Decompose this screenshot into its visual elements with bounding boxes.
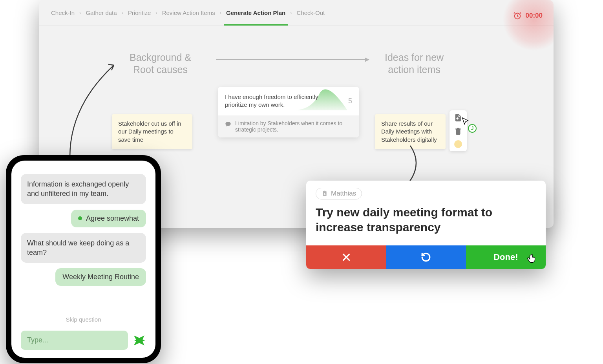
feedback-card[interactable]: I have enough freedom to efficiently pri… [218, 87, 359, 137]
card-top: I have enough freedom to efficiently pri… [218, 87, 359, 115]
bullet-icon [78, 216, 82, 220]
undo-button[interactable] [386, 245, 466, 269]
crumb-prioritize[interactable]: Prioritize [127, 7, 152, 18]
chevron-right-icon: › [122, 10, 123, 16]
crumb-gather-data[interactable]: Gather data [85, 7, 117, 18]
alarm-clock-icon [513, 11, 522, 20]
chevron-right-icon: › [290, 10, 292, 16]
hand-cursor-icon [527, 254, 537, 264]
phone-mockup: Information is exchanged openly and unfi… [6, 155, 161, 363]
chat-question-2: What should we keep doing as a team? [21, 233, 146, 263]
dialog-title[interactable]: Try new daily meeting format to increase… [306, 203, 546, 245]
chat-answer-1[interactable]: Agree somewhat [71, 210, 146, 227]
dialog-buttons: Done! [306, 245, 546, 269]
user-cursor-badge: J [468, 124, 477, 133]
sticky-note-idea[interactable]: Share results of our Daily Meetings with… [375, 114, 446, 149]
crumb-check-in[interactable]: Check-In [50, 7, 75, 18]
clipboard-user-icon [322, 190, 328, 197]
delete-icon[interactable] [454, 127, 462, 135]
note-toolbar [450, 110, 467, 151]
breadcrumb: Check-In › Gather data › Prioritize › Re… [39, 0, 554, 26]
card-comment-text: Limitation by Stakeholders when it comes… [235, 120, 352, 133]
chevron-right-icon: › [79, 10, 81, 16]
skip-question-link[interactable]: Skip question [21, 316, 146, 325]
comment-icon [225, 121, 231, 127]
chat-question-1: Information is exchanged openly and unfi… [21, 174, 146, 204]
close-icon [341, 252, 351, 262]
heading-background: Background &Root causes [130, 51, 191, 76]
cursor-arrow-icon [461, 117, 470, 126]
arrow-right-icon [216, 59, 369, 60]
chat-answer-2[interactable]: Weekly Meeting Routine [55, 268, 146, 286]
cancel-button[interactable] [306, 245, 386, 269]
assignee-name: Matthias [331, 190, 356, 198]
chat-answer-1-text: Agree somewhat [86, 214, 139, 223]
phone-input-row [21, 331, 146, 350]
heading-ideas: Ideas for newaction items [385, 51, 444, 76]
chevron-right-icon: › [155, 10, 157, 16]
crumb-check-out[interactable]: Check-Out [296, 7, 326, 18]
card-comment: Limitation by Stakeholders when it comes… [218, 115, 359, 137]
chevron-right-icon: › [220, 10, 221, 16]
assignee-chip[interactable]: Matthias [316, 188, 362, 199]
color-picker-icon[interactable] [454, 140, 462, 148]
crumb-generate-action-plan[interactable]: Generate Action Plan [225, 7, 286, 18]
action-item-dialog: Matthias Try new daily meeting format to… [306, 181, 546, 269]
undo-icon [421, 252, 431, 262]
dialog-header: Matthias [306, 181, 546, 203]
message-input[interactable] [21, 331, 128, 350]
sticky-note-root-cause[interactable]: Stakeholder cut us off in our Daily meet… [112, 114, 192, 149]
card-statement: I have enough freedom to efficiently pri… [225, 93, 340, 109]
send-icon[interactable] [133, 334, 146, 347]
phone-screen: Information is exchanged openly and unfi… [11, 161, 155, 358]
timer-value: 00:00 [526, 12, 543, 20]
card-score: 5 [340, 97, 352, 105]
done-button-label: Done! [493, 252, 518, 262]
crumb-review-action-items[interactable]: Review Action Items [161, 7, 216, 18]
